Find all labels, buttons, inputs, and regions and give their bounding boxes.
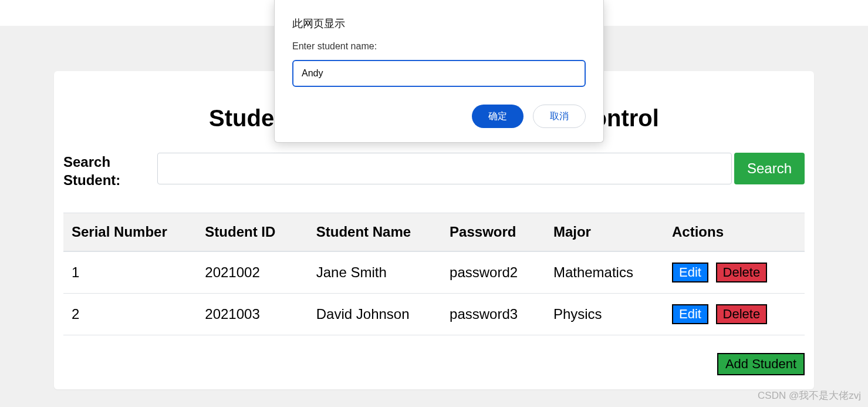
search-button[interactable]: Search: [734, 153, 805, 184]
header-major: Major: [545, 213, 664, 252]
dialog-cancel-button[interactable]: 取消: [533, 105, 586, 128]
table-header-row: Serial Number Student ID Student Name Pa…: [63, 213, 805, 252]
cell-major: Physics: [545, 294, 664, 335]
cell-actions: Edit Delete: [664, 294, 805, 335]
search-row: Search Student: Search: [63, 153, 805, 189]
dialog-ok-button[interactable]: 确定: [472, 105, 523, 128]
header-actions: Actions: [664, 213, 805, 252]
dialog-header: 此网页显示: [292, 16, 586, 31]
header-student-id: Student ID: [197, 213, 308, 252]
edit-button[interactable]: Edit: [672, 304, 708, 324]
cell-student-name: Jane Smith: [308, 251, 441, 294]
header-password: Password: [441, 213, 545, 252]
watermark: CSDN @我不是大佬zvj: [758, 389, 861, 402]
cell-student-name: David Johnson: [308, 294, 441, 335]
students-table: Serial Number Student ID Student Name Pa…: [63, 213, 805, 335]
delete-button[interactable]: Delete: [716, 304, 768, 324]
table-row: 2 2021003 David Johnson password3 Physic…: [63, 294, 805, 335]
header-student-name: Student Name: [308, 213, 441, 252]
delete-button[interactable]: Delete: [716, 263, 768, 282]
header-serial: Serial Number: [63, 213, 197, 252]
cell-student-id: 2021002: [197, 251, 308, 294]
dialog-input[interactable]: [292, 60, 586, 87]
cell-serial: 2: [63, 294, 197, 335]
add-row: Add Student: [63, 353, 805, 375]
search-input[interactable]: [157, 153, 732, 184]
cell-password: password3: [441, 294, 545, 335]
dialog-prompt: Enter student name:: [292, 41, 586, 52]
add-student-button[interactable]: Add Student: [717, 353, 805, 375]
cell-student-id: 2021003: [197, 294, 308, 335]
cell-actions: Edit Delete: [664, 251, 805, 294]
dialog-actions: 确定 取消: [292, 105, 586, 128]
cell-major: Mathematics: [545, 251, 664, 294]
cell-password: password2: [441, 251, 545, 294]
search-label: Search Student:: [63, 153, 157, 189]
prompt-dialog: 此网页显示 Enter student name: 确定 取消: [274, 0, 604, 143]
cell-serial: 1: [63, 251, 197, 294]
table-row: 1 2021002 Jane Smith password2 Mathemati…: [63, 251, 805, 294]
edit-button[interactable]: Edit: [672, 263, 708, 282]
